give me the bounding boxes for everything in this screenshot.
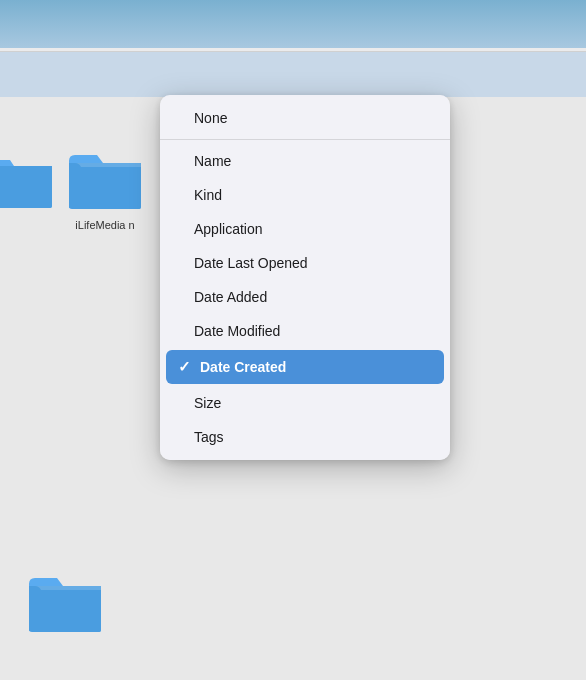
- folder-icon-partial: [0, 152, 54, 212]
- menu-item-date-modified-label: Date Modified: [194, 323, 280, 339]
- menu-separator-1: [160, 139, 450, 140]
- folder-item-1[interactable]: iLifeMedia n: [65, 147, 145, 231]
- menu-item-date-modified[interactable]: Date Modified: [160, 314, 450, 348]
- menu-item-date-created[interactable]: ✓ Date Created: [166, 350, 444, 384]
- check-date-created: ✓: [178, 358, 194, 376]
- menu-item-none-label: None: [194, 110, 227, 126]
- menu-item-date-last-opened[interactable]: Date Last Opened: [160, 246, 450, 280]
- menu-item-size-label: Size: [194, 395, 221, 411]
- menu-item-application-label: Application: [194, 221, 263, 237]
- title-bar: [0, 0, 586, 48]
- folder-icon-1: [65, 147, 145, 213]
- menu-item-name[interactable]: Name: [160, 144, 450, 178]
- folder-label-1: iLifeMedia n: [65, 219, 145, 231]
- menu-item-date-created-label: Date Created: [200, 359, 286, 375]
- sort-dropdown-menu: None Name Kind Application Date Last Ope…: [160, 95, 450, 460]
- menu-item-tags-label: Tags: [194, 429, 224, 445]
- menu-item-date-added[interactable]: Date Added: [160, 280, 450, 314]
- menu-item-tags[interactable]: Tags: [160, 420, 450, 454]
- menu-item-size[interactable]: Size: [160, 386, 450, 420]
- folder-icon-2: [25, 570, 105, 636]
- menu-item-application[interactable]: Application: [160, 212, 450, 246]
- menu-item-date-added-label: Date Added: [194, 289, 267, 305]
- menu-item-name-label: Name: [194, 153, 231, 169]
- menu-item-none[interactable]: None: [160, 101, 450, 135]
- folder-item-2[interactable]: [25, 570, 105, 640]
- menu-item-kind[interactable]: Kind: [160, 178, 450, 212]
- menu-item-kind-label: Kind: [194, 187, 222, 203]
- menu-item-date-last-opened-label: Date Last Opened: [194, 255, 308, 271]
- folder-partial[interactable]: [0, 152, 54, 216]
